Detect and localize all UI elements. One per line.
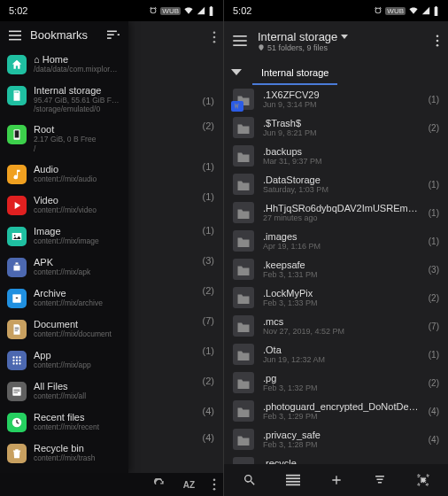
file-date: Feb 3, 1:29 PM — [263, 412, 420, 421]
folder-icon — [233, 89, 254, 110]
filter-icon[interactable] — [107, 30, 120, 41]
drawer-item[interactable]: Documentcontent://mix/document — [0, 314, 128, 345]
svg-point-44 — [436, 44, 439, 47]
select-button[interactable] — [412, 469, 435, 492]
file-row[interactable]: .photoguard_encrypted_DoNotDeleteFeb 3, … — [224, 397, 448, 425]
file-count: (7) — [429, 322, 439, 331]
svg-rect-20 — [15, 329, 19, 329]
clock: 5:02 — [9, 5, 27, 16]
file-row[interactable]: .DataStorageSaturday, 1:03 PM (1) — [224, 170, 448, 198]
file-date: Nov 27, 2019, 4:52 PM — [263, 327, 420, 336]
add-button[interactable] — [325, 469, 348, 492]
file-name: .LockMyPix — [263, 288, 420, 298]
file-name: .1X6ZFCV29 — [263, 89, 420, 100]
drawer-item[interactable]: Recycle bincontent://mix/trash — [0, 438, 128, 469]
file-row[interactable]: .backupsMar 31, 9:37 PM — [224, 142, 448, 170]
file-row[interactable]: .keepsafeFeb 3, 1:31 PM (3) — [224, 255, 448, 283]
file-row[interactable]: .pgFeb 3, 1:32 PM (2) — [224, 368, 448, 397]
drawer-item[interactable]: Imagecontent://mix/image — [0, 221, 128, 252]
search-button[interactable] — [238, 469, 261, 492]
drawer-item-title: Document — [34, 319, 112, 329]
file-row[interactable]: .mcsNov 27, 2019, 4:52 PM (7) — [224, 312, 448, 340]
file-row[interactable]: .privacy_safeFeb 3, 1:28 PM (4) — [224, 425, 448, 453]
file-count: (2) — [429, 378, 439, 388]
file-row[interactable]: .1X6ZFCV29Jun 9, 3:14 PM (1) — [224, 85, 448, 113]
hamburger-icon[interactable] — [233, 35, 247, 46]
tab-internal-storage[interactable]: Internal storage — [252, 63, 337, 82]
drawer-item-sub: content://mix/apk — [34, 267, 90, 276]
drawer-item[interactable]: Appcontent://mix/app — [0, 345, 128, 376]
more-icon[interactable] — [212, 31, 216, 43]
bottom-bar-right — [224, 464, 448, 496]
svg-rect-47 — [286, 481, 300, 483]
drawer-item-sub: / — [34, 144, 96, 153]
file-name: .images — [263, 231, 420, 242]
folder-icon — [233, 400, 254, 422]
drawer-item-title: Recent files — [34, 412, 99, 422]
file-name: .photoguard_encrypted_DoNotDelete — [263, 401, 420, 412]
drawer-item[interactable]: Internal storage95.47 GiB, 55.61 GiB Fre… — [0, 80, 128, 119]
drawer-item[interactable]: Archivecontent://mix/archive — [0, 283, 128, 314]
apps-icon — [7, 351, 27, 370]
file-count: (1) — [429, 236, 439, 246]
drawer-item-sub: content://mix/video — [34, 205, 97, 214]
svg-point-1 — [213, 36, 216, 39]
refresh-icon[interactable] — [153, 478, 166, 491]
drawer-item-title: Root — [34, 124, 96, 135]
drawer-item[interactable]: ⌂ Home/data/data/com.mixplorer/home — [0, 49, 128, 80]
drawer-item-title: Recycle bin — [34, 443, 95, 453]
more-icon[interactable] — [436, 35, 439, 47]
sort-button[interactable] — [368, 469, 391, 492]
drawer-item-title: App — [34, 350, 91, 360]
file-date: Feb 3, 1:28 PM — [263, 440, 420, 449]
file-row[interactable]: .recycleApr 24, 5:49 PM (1) — [224, 453, 448, 464]
view-button[interactable] — [282, 469, 305, 492]
drawer-item[interactable]: Audiocontent://mix/audio — [0, 159, 128, 190]
svg-point-43 — [436, 40, 439, 43]
drawer-item[interactable]: Videocontent://mix/video — [0, 190, 128, 221]
file-list[interactable]: .1X6ZFCV29Jun 9, 3:14 PM (1) .$Trash$Jun… — [224, 85, 448, 464]
drawer-item[interactable]: APKcontent://mix/apk — [0, 252, 128, 283]
file-row[interactable]: .imagesApr 19, 1:16 PM (1) — [224, 227, 448, 255]
drawer-item[interactable]: Recent filescontent://mix/recent — [0, 407, 128, 438]
drawer-item-sub: 2.17 GiB, 0 B Free — [34, 135, 96, 143]
drawer-item-sub: content://mix/trash — [34, 453, 95, 462]
battery-icon — [433, 6, 439, 16]
svg-point-15 — [18, 263, 19, 264]
file-row[interactable]: .HhTjqSRo6dybqDAV2ImUSREmnZU=27 minutes … — [224, 198, 448, 227]
menu-icon[interactable] — [9, 30, 21, 41]
svg-rect-7 — [107, 34, 114, 35]
battery-icon — [208, 6, 214, 16]
svg-point-25 — [12, 360, 14, 361]
status-bar-left: 5:02 WUB — [0, 0, 223, 21]
svg-point-24 — [19, 356, 20, 358]
recent-icon — [7, 413, 27, 432]
more-bottom-icon[interactable] — [212, 478, 216, 491]
sort-az[interactable]: AZ — [183, 480, 195, 490]
folder-icon — [233, 315, 254, 337]
chevron-down-icon[interactable] — [231, 69, 242, 76]
svg-point-38 — [213, 488, 216, 491]
folder-icon — [233, 457, 254, 464]
alarm-icon — [149, 6, 158, 15]
drawer-item-title: Internal storage — [34, 85, 121, 96]
file-row[interactable]: .LockMyPixFeb 3, 1:33 PM (2) — [224, 283, 448, 312]
file-name: .keepsafe — [263, 260, 420, 270]
drawer-item[interactable]: Root2.17 GiB, 0 B Free/ — [0, 119, 128, 158]
svg-rect-8 — [107, 37, 112, 39]
file-name: .mcs — [263, 316, 420, 327]
drawer-item[interactable]: All Filescontent://mix/all — [0, 376, 128, 407]
word-badge-icon — [231, 101, 243, 112]
svg-point-37 — [213, 484, 216, 486]
svg-rect-40 — [233, 40, 246, 42]
folder-icon — [233, 287, 254, 308]
file-row[interactable]: .OtaJun 19, 12:32 AM (1) — [224, 340, 448, 368]
file-count: (3) — [429, 265, 439, 275]
svg-rect-49 — [421, 478, 425, 482]
svg-point-28 — [12, 362, 14, 364]
toolbar-title-block[interactable]: Internal storage 51 folders, 9 files — [258, 30, 348, 52]
file-count: (1) — [429, 350, 439, 360]
tab-bar: Internal storage — [224, 60, 448, 85]
svg-rect-6 — [107, 30, 117, 32]
file-row[interactable]: .$Trash$Jun 9, 8:21 PM (2) — [224, 113, 448, 142]
